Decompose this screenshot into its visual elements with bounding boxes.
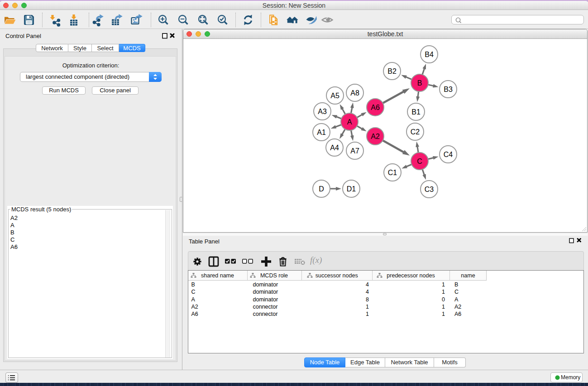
svg-text:B3: B3 [444,86,453,93]
svg-text:B4: B4 [425,51,434,58]
svg-text:B2: B2 [387,67,397,75]
svg-text:C2: C2 [411,128,420,136]
svg-text:A4: A4 [330,144,339,152]
svg-text:A7: A7 [350,147,359,155]
svg-text:C1: C1 [388,169,397,176]
svg-text:C4: C4 [444,151,453,158]
svg-text:B1: B1 [411,108,421,116]
svg-text:A5: A5 [330,92,339,100]
svg-text:D1: D1 [347,185,356,193]
svg-text:A2: A2 [371,133,380,140]
svg-text:A1: A1 [317,129,326,136]
svg-text:C: C [417,157,422,165]
svg-text:A3: A3 [318,108,327,115]
svg-text:A: A [347,118,352,126]
svg-text:A6: A6 [371,104,380,111]
svg-text:C3: C3 [425,186,434,193]
svg-text:A8: A8 [350,89,359,97]
svg-text:D: D [319,185,324,193]
svg-text:B: B [417,79,422,87]
